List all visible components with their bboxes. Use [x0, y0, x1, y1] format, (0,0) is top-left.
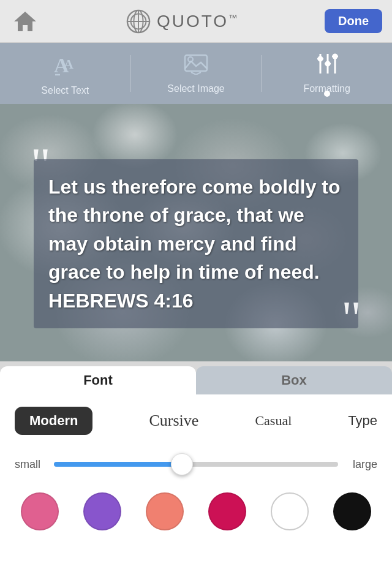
font-styles-row: Modern Cursive Casual Type: [15, 407, 377, 435]
color-swatch-pink[interactable]: [21, 492, 59, 530]
font-type-option[interactable]: Type: [348, 413, 377, 429]
size-slider[interactable]: [54, 453, 338, 475]
formatting-label: Formatting: [303, 83, 350, 94]
tab-box[interactable]: Box: [196, 366, 392, 394]
color-row: [15, 492, 377, 530]
select-image-tab[interactable]: Select Image: [131, 53, 262, 94]
tab-font[interactable]: Font: [0, 366, 196, 394]
done-button[interactable]: Done: [325, 9, 382, 33]
select-image-label: Select Image: [167, 83, 224, 94]
app-header: QUOTO™ Done: [0, 0, 392, 43]
app-logo: QUOTO™: [126, 9, 239, 34]
size-large-label: large: [347, 458, 377, 471]
color-swatch-purple[interactable]: [83, 492, 121, 530]
color-swatch-black[interactable]: [333, 492, 371, 530]
svg-point-17: [332, 54, 337, 59]
color-swatch-salmon[interactable]: [146, 492, 184, 530]
bottom-tabs: Font Box: [0, 361, 392, 394]
svg-text:A: A: [64, 56, 74, 72]
slider-thumb[interactable]: [171, 453, 193, 475]
select-text-tab[interactable]: A A Select Text: [0, 51, 130, 96]
toolbar: A A Select Text Select Image: [0, 43, 392, 104]
select-text-icon: A A: [53, 51, 77, 81]
font-casual-option[interactable]: Casual: [255, 413, 292, 429]
color-swatch-crimson[interactable]: [208, 492, 246, 530]
select-text-label: Select Text: [41, 85, 89, 96]
close-quote-mark: ": [341, 294, 361, 343]
size-small-label: small: [15, 458, 45, 471]
select-image-icon: [184, 53, 208, 80]
bottom-panel: Modern Cursive Casual Type small large: [0, 394, 392, 588]
quote-box[interactable]: Let us therefore come boldly to the thro…: [34, 159, 358, 328]
home-button[interactable]: [10, 6, 40, 37]
logo-text: QUOTO™: [157, 12, 239, 31]
font-modern-option[interactable]: Modern: [15, 407, 92, 435]
formatting-tab[interactable]: Formatting: [262, 53, 392, 94]
font-cursive-option[interactable]: Cursive: [149, 412, 198, 430]
quote-text: Let us therefore come boldly to the thro…: [48, 173, 344, 315]
size-row: small large: [15, 453, 377, 475]
slider-track: [54, 462, 338, 467]
svg-point-15: [317, 56, 323, 62]
formatting-icon: [315, 53, 339, 80]
logo-icon: [126, 9, 151, 34]
color-swatch-white[interactable]: [271, 492, 309, 530]
image-area: " Let us therefore come boldly to the th…: [0, 104, 392, 361]
svg-point-16: [325, 61, 330, 67]
